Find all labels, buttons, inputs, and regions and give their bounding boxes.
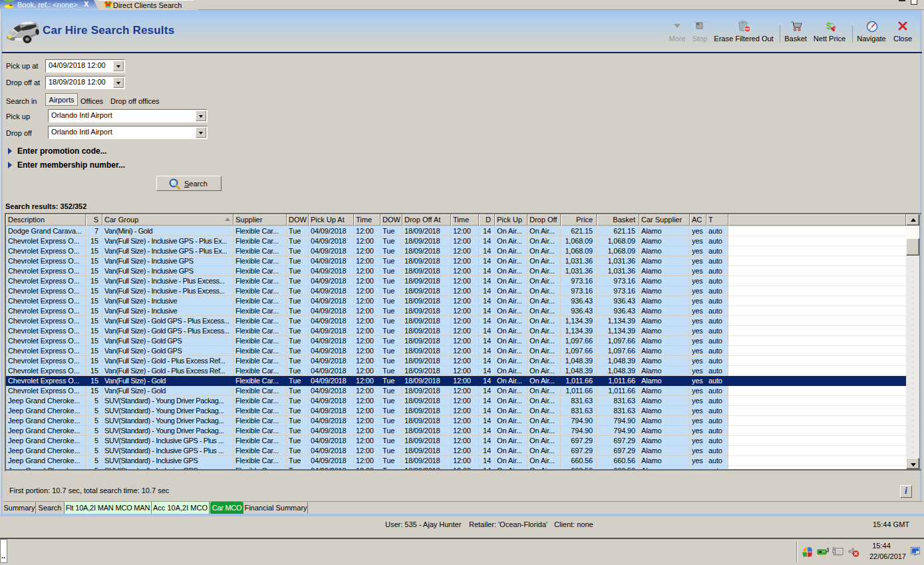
svg-text:$: $: [826, 21, 832, 31]
